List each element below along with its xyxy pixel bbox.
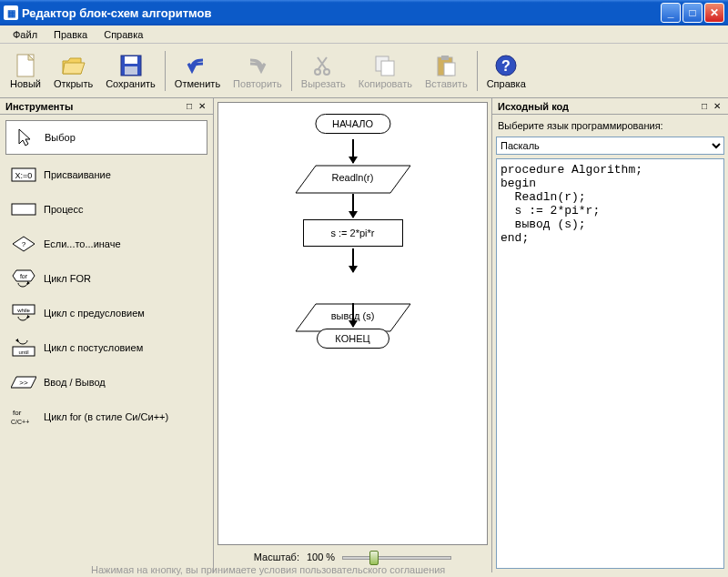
svg-rect-10 [444, 63, 455, 76]
while-loop-icon: while [11, 304, 36, 322]
svg-text:X:=0: X:=0 [15, 171, 33, 180]
help-label: Справка [487, 78, 526, 89]
code-panel-header: Исходный код □ ✕ [492, 98, 728, 115]
tools-panel-title: Инструменты [5, 101, 182, 112]
save-label: Сохранить [106, 78, 156, 89]
svg-text:C/C++: C/C++ [11, 419, 29, 425]
flowchart-end[interactable]: КОНЕЦ [317, 329, 389, 349]
redo-button[interactable]: Повторить [227, 46, 288, 96]
tool-label: Выбор [45, 132, 76, 143]
copy-label: Копировать [359, 78, 412, 89]
tools-panel-header: Инструменты □ ✕ [0, 98, 213, 115]
tool-for[interactable]: for Цикл FOR [5, 264, 207, 293]
source-code-view[interactable]: procedure Algorithm; begin Readln(r); s … [496, 158, 724, 569]
code-panel-title: Исходный код [498, 101, 697, 112]
flowchart-input[interactable]: Readln(r) [294, 165, 412, 194]
paste-button[interactable]: Вставить [419, 46, 474, 96]
canvas-panel: НАЧАЛО Readln(r) s := 2*pi*r вывод (s) К… [214, 98, 491, 572]
svg-text:?: ? [501, 58, 511, 74]
flowchart-canvas[interactable]: НАЧАЛО Readln(r) s := 2*pi*r вывод (s) К… [217, 102, 488, 545]
tool-process[interactable]: Процесс [5, 195, 207, 224]
panel-close-icon[interactable]: ✕ [712, 101, 723, 112]
help-icon: ? [493, 53, 519, 78]
tool-ifelse[interactable]: ? Если...то...иначе [5, 229, 207, 258]
toolbar: Новый Открыть Сохранить Отменить Повтори… [0, 44, 728, 98]
assign-icon: X:=0 [11, 166, 36, 184]
panel-pin-icon[interactable]: □ [184, 101, 195, 112]
menu-file[interactable]: Файл [5, 27, 45, 42]
svg-text:for: for [20, 273, 28, 279]
open-folder-icon [61, 53, 86, 78]
language-select[interactable]: Паскаль [496, 137, 724, 155]
menu-edit[interactable]: Правка [46, 27, 95, 42]
svg-rect-15 [12, 204, 35, 215]
tool-while[interactable]: while Цикл с предусловием [5, 299, 207, 328]
cut-label: Вырезать [301, 78, 346, 89]
save-disk-icon [118, 53, 144, 78]
new-button[interactable]: Новый [4, 46, 47, 96]
tool-label: Присваивание [44, 169, 111, 180]
svg-point-4 [315, 69, 320, 75]
tool-label: Цикл с постусловием [44, 342, 143, 353]
decision-icon: ? [11, 235, 36, 253]
zoom-slider[interactable] [342, 549, 451, 565]
cut-icon [310, 53, 336, 78]
tools-panel: Инструменты □ ✕ Выбор X:=0 Присваивание … [0, 98, 214, 572]
window-title: Редактор блок-схем алгоритмов [22, 6, 661, 20]
tool-label: Цикл FOR [44, 273, 91, 284]
flowchart-process[interactable]: s := 2*pi*r [303, 219, 403, 247]
tool-label: Цикл с предусловием [44, 308, 145, 319]
toolbar-separator [291, 51, 292, 91]
flowchart-start[interactable]: НАЧАЛО [315, 114, 390, 134]
footer-text: Нажимая на кнопку, вы принимаете условия… [91, 564, 445, 575]
process-icon [11, 200, 36, 218]
language-label: Выберите язык программирования: [496, 118, 724, 133]
menu-help[interactable]: Справка [96, 27, 150, 42]
code-panel: Исходный код □ ✕ Выберите язык программи… [491, 98, 728, 572]
tool-label: Ввод / Вывод [44, 377, 106, 388]
app-icon: ▦ [4, 5, 18, 20]
help-button[interactable]: ? Справка [480, 46, 532, 96]
tool-select[interactable]: Выбор [5, 120, 207, 155]
redo-icon [245, 53, 270, 78]
new-label: Новый [10, 78, 41, 89]
undo-icon [185, 53, 210, 78]
cut-button[interactable]: Вырезать [295, 46, 352, 96]
zoom-label: Масштаб: [254, 552, 299, 562]
undo-button[interactable]: Отменить [168, 46, 227, 96]
titlebar: ▦ Редактор блок-схем алгоритмов _ □ ✕ [0, 0, 728, 25]
panel-close-icon[interactable]: ✕ [197, 101, 207, 112]
svg-rect-7 [381, 61, 394, 76]
paste-icon [433, 53, 459, 78]
tool-cfor[interactable]: forC/C++ Цикл for (в стиле Си/Си++) [5, 402, 207, 431]
io-icon: >> [11, 373, 36, 391]
tool-assign[interactable]: X:=0 Присваивание [5, 160, 207, 189]
svg-rect-9 [441, 56, 449, 60]
zoom-value: 100 % [307, 552, 335, 562]
close-button[interactable]: ✕ [704, 3, 724, 23]
toolbar-separator [477, 51, 478, 91]
tool-label: Цикл for (в стиле Си/Си++) [44, 411, 168, 422]
save-button[interactable]: Сохранить [99, 46, 162, 96]
slider-thumb-icon[interactable] [369, 551, 379, 565]
copy-icon [372, 53, 398, 78]
paste-label: Вставить [425, 78, 468, 89]
tool-label: Если...то...иначе [44, 238, 121, 249]
svg-text:while: while [16, 308, 30, 313]
cursor-icon [12, 128, 37, 147]
svg-rect-2 [125, 56, 137, 64]
svg-text:>>: >> [19, 379, 28, 387]
maximize-button[interactable]: □ [682, 3, 703, 23]
panel-pin-icon[interactable]: □ [699, 101, 710, 112]
svg-text:?: ? [22, 240, 26, 248]
open-button[interactable]: Открыть [47, 46, 99, 96]
minimize-button[interactable]: _ [661, 3, 681, 23]
until-loop-icon: until [11, 339, 36, 357]
tool-until[interactable]: until Цикл с постусловием [5, 333, 207, 362]
redo-label: Повторить [233, 78, 282, 89]
toolbar-separator [165, 51, 166, 91]
svg-text:until: until [18, 349, 28, 355]
tool-io[interactable]: >> Ввод / Вывод [5, 368, 207, 397]
copy-button[interactable]: Копировать [352, 46, 419, 96]
svg-rect-3 [125, 66, 137, 75]
